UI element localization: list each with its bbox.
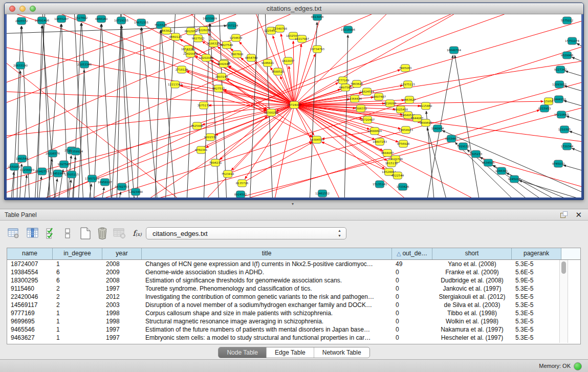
graph-node[interactable]: 19218986 [341,26,355,33]
table-row[interactable]: 1456911722003Disruption of a novel membe… [7,301,580,309]
memory-status-indicator[interactable] [574,362,582,370]
close-panel-icon[interactable]: ✕ [575,210,582,220]
graph-node[interactable]: 3075171 [198,102,210,109]
tab-edge-table[interactable]: Edge Table [267,347,314,358]
delete-table-icon[interactable] [112,226,127,241]
graph-node[interactable]: 16033809 [203,15,217,22]
graph-node[interactable]: 1991544 [16,155,29,162]
graph-node[interactable]: 2803144 [215,73,228,80]
graph-node[interactable]: 16824554 [360,88,374,95]
graph-node[interactable]: 9745033 [552,160,565,167]
graph-node[interactable]: 2867608 [231,51,244,58]
graph-node[interactable]: 19654923 [399,126,413,134]
graph-node[interactable]: 9827548 [221,41,233,49]
graph-node[interactable]: 10655247 [54,15,69,23]
graph-node[interactable]: 15720407 [360,116,375,123]
graph-node[interactable]: 2405572 [15,17,28,25]
table-row[interactable]: 946554611997Estimation of the future num… [7,325,580,334]
table-row[interactable]: 946362711997Embryonic stem cells: a mode… [7,334,580,342]
graph-node[interactable]: 12444158 [552,96,566,103]
column-header-title[interactable]: title [142,248,392,259]
graph-node[interactable]: 9397588 [58,161,71,168]
table-settings-icon[interactable] [6,226,21,241]
graph-node[interactable]: 1605233 [470,150,483,158]
graph-node[interactable]: 8933441 [445,135,458,142]
float-panel-icon[interactable] [560,211,568,218]
graph-node[interactable]: 7894231 [209,159,222,166]
graph-node[interactable]: 7485063 [399,64,412,72]
table-row[interactable]: 977716911998Corpus callosum shape and si… [7,309,580,317]
graph-node[interactable]: 8813054 [311,14,324,20]
network-graph[interactable]: 1872400718300295193845542405572206914061… [7,14,581,198]
graph-node[interactable]: 9756928 [397,140,410,147]
function-builder-icon[interactable]: f(x) [129,226,145,241]
graph-node[interactable]: 9146821 [262,59,274,67]
graph-node[interactable]: 1640954 [431,125,444,132]
graph-node[interactable]: 7357224 [226,22,238,29]
graph-node[interactable]: 8215953 [538,105,551,112]
delete-icon[interactable] [95,226,110,241]
panel-resize-handle[interactable]: ▾ [290,202,296,206]
graph-node[interactable]: 7386372 [355,105,367,112]
window-titlebar[interactable]: citations_edges.txt [5,3,583,14]
graph-node[interactable]: 1588520 [272,68,285,75]
graph-node[interactable]: 9777169 [337,77,350,84]
column-header-name[interactable]: name [7,248,53,259]
graph-node[interactable]: 10807487 [372,93,386,100]
graph-node[interactable]: 2718120 [176,66,188,73]
tab-node-table[interactable]: Node Table [219,347,267,358]
graph-node[interactable]: 1720344 [561,143,574,150]
table-selector-dropdown[interactable]: citations_edges.txt ▲▼ [146,227,346,239]
graph-node[interactable]: 8466160 [95,15,108,23]
table-row[interactable]: 911546021997Tourette syndrome. Phenomeno… [7,285,580,293]
new-table-icon[interactable] [78,226,93,241]
graph-node[interactable]: 1615132 [385,160,398,167]
column-header-short[interactable]: short [432,248,512,259]
table-row[interactable]: 1938455462009Genome-wide association stu… [7,268,580,276]
graph-node[interactable]: 8454749 [245,54,258,61]
graph-node[interactable]: 12923448 [128,188,143,195]
graph-node[interactable]: 7919132 [457,143,470,150]
graph-node[interactable]: 10719155 [114,17,128,24]
graph-node[interactable]: 12461552 [315,190,330,197]
column-header-out_de[interactable]: △out_de… [392,248,432,259]
graph-node[interactable]: 1527602 [75,14,88,21]
graph-node[interactable]: 15135141 [373,181,387,188]
vertical-scrollbar[interactable] [559,260,568,343]
column-header-pagerank[interactable]: pagerank [512,248,561,259]
graph-node[interactable]: 9827503 [192,35,205,42]
graph-node[interactable]: 9245012 [508,176,521,183]
graph-node[interactable]: 7625446 [191,122,204,129]
table-row[interactable]: 1872400712008Changes of HCN gene express… [7,260,580,268]
column-header-in_degree[interactable]: in_degree [53,248,102,259]
graph-node[interactable]: 9699695 [420,119,432,126]
graph-node[interactable]: 10688609 [367,127,382,135]
graph-node[interactable]: 16648784 [447,47,461,54]
graph-node[interactable]: 14671355 [134,19,148,26]
clear-selection-icon[interactable] [60,226,75,241]
graph-node[interactable]: 20691406 [35,17,49,24]
graph-node[interactable]: 19734793 [310,46,324,53]
graph-node[interactable]: 15942757 [35,168,49,175]
graph-node[interactable]: 18226058 [197,27,211,34]
graph-node[interactable]: 5575012 [561,17,574,24]
column-visibility-icon[interactable] [25,226,40,241]
table-row[interactable]: 969969511998Structural magnetic resonanc… [7,317,580,325]
network-canvas[interactable]: 1872400718300295193845542405572206914061… [7,14,581,198]
graph-node[interactable]: 1822037 [282,57,295,64]
graph-node[interactable]: 1550051 [8,163,21,170]
graph-node[interactable]: 9463627 [403,96,416,103]
graph-node[interactable]: 9201532 [204,134,217,141]
column-header-year[interactable]: year [102,248,142,259]
graph-node[interactable]: 7663822 [160,27,173,34]
graph-node[interactable]: 1046381 [495,167,508,174]
graph-node[interactable]: 4522544 [391,172,404,179]
graph-node[interactable]: 8760341 [195,146,208,154]
graph-node[interactable]: 1733426 [397,183,409,190]
scrollbar-thumb[interactable] [561,261,566,274]
graph-node[interactable]: 9329966 [561,52,574,59]
table-row[interactable]: 2242004622012Investigating the contribut… [7,293,580,301]
table-row[interactable]: 1830029562008Estimation of significance … [7,276,580,285]
graph-node[interactable]: 9227342 [554,66,567,73]
graph-node[interactable]: 11156829 [20,166,34,173]
